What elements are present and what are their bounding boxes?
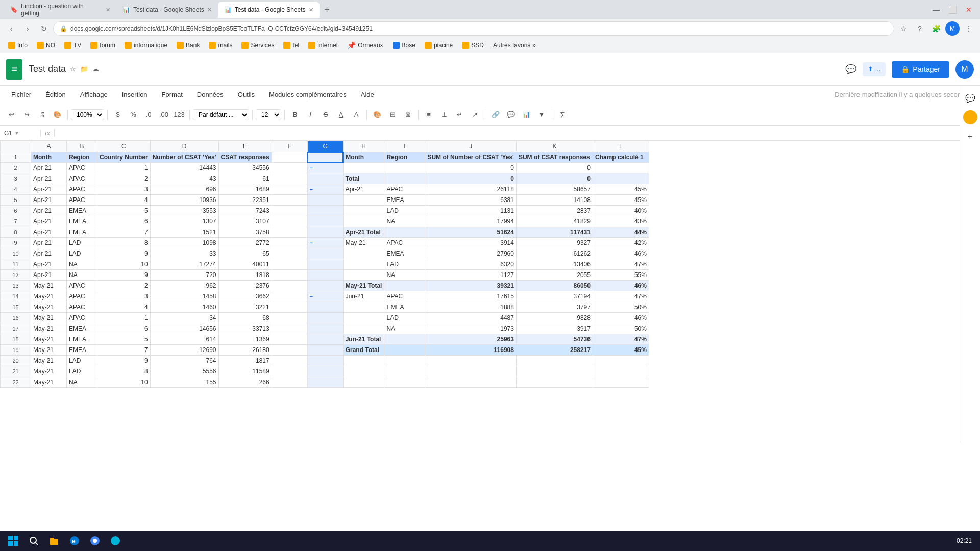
decimal-decrease-button[interactable]: .0 [141, 108, 156, 122]
text-color-button[interactable]: A [349, 108, 363, 122]
comment-button[interactable]: 💬 [845, 64, 856, 75]
cell-g19[interactable] [307, 345, 343, 356]
cell-g9[interactable]: − [307, 238, 343, 248]
cell-g12[interactable] [307, 270, 343, 281]
filter-button[interactable]: ▼ [534, 108, 549, 122]
cell-i4[interactable]: APAC [384, 184, 425, 195]
bookmark-tv[interactable]: TV [60, 40, 85, 51]
cell-reference[interactable]: G1 ▼ [0, 130, 41, 137]
taskbar-extra-icon[interactable] [106, 532, 125, 550]
cell-j6[interactable]: 1131 [425, 206, 517, 216]
cell-h5[interactable] [343, 195, 384, 206]
cell-c13[interactable]: 2 [97, 281, 151, 291]
cell-d20[interactable]: 764 [150, 356, 218, 366]
cell-b19[interactable]: EMEA [67, 345, 97, 356]
cell-l8[interactable]: 44% [593, 227, 649, 238]
cell-j2[interactable]: 0 [425, 163, 517, 173]
collapse-btn-g4[interactable]: − [310, 186, 313, 192]
cell-d12[interactable]: 720 [150, 270, 218, 281]
cell-l3[interactable] [593, 173, 649, 184]
cell-k10[interactable]: 61262 [516, 248, 593, 259]
cell-l9[interactable]: 42% [593, 238, 649, 248]
cell-i21[interactable] [384, 366, 425, 377]
cell-l6[interactable]: 40% [593, 206, 649, 216]
forward-button[interactable]: › [20, 21, 35, 36]
cell-h10[interactable] [343, 248, 384, 259]
cell-a20[interactable]: May-21 [31, 356, 67, 366]
menu-aide[interactable]: Aide [358, 89, 377, 101]
sidebar-icon-add[interactable]: + [962, 129, 978, 145]
cell-i10[interactable]: EMEA [384, 248, 425, 259]
cell-k14[interactable]: 37194 [516, 291, 593, 302]
bookmark-autres[interactable]: Autres favoris » [489, 40, 540, 51]
cell-e2[interactable]: 34556 [218, 163, 272, 173]
cell-b9[interactable]: LAD [67, 238, 97, 248]
cell-d5[interactable]: 10936 [150, 195, 218, 206]
cell-g21[interactable] [307, 366, 343, 377]
cell-c6[interactable]: 5 [97, 206, 151, 216]
cell-a7[interactable]: Apr-21 [31, 216, 67, 227]
cell-e14[interactable]: 3662 [218, 291, 272, 302]
cell-i14[interactable]: APAC [384, 291, 425, 302]
cell-a1[interactable]: Month [31, 152, 67, 163]
cell-l12[interactable]: 55% [593, 270, 649, 281]
cell-d4[interactable]: 696 [150, 184, 218, 195]
cell-d15[interactable]: 1460 [150, 302, 218, 313]
cell-l4[interactable]: 45% [593, 184, 649, 195]
rotate-button[interactable]: ↗ [468, 108, 482, 122]
col-header-l[interactable]: L [593, 141, 649, 152]
cell-b18[interactable]: EMEA [67, 334, 97, 345]
cell-j19[interactable]: 116908 [425, 345, 517, 356]
cell-e22[interactable]: 266 [218, 377, 272, 388]
align-button[interactable]: ≡ [422, 108, 436, 122]
cell-c15[interactable]: 4 [97, 302, 151, 313]
cell-g14[interactable]: − [307, 291, 343, 302]
cell-g20[interactable] [307, 356, 343, 366]
cell-i9[interactable]: APAC [384, 238, 425, 248]
star-icon[interactable]: ☆ [70, 65, 76, 73]
history-button[interactable]: ⬆ ... [863, 62, 886, 76]
menu-donnees[interactable]: Données [194, 89, 227, 101]
cell-g13[interactable] [307, 281, 343, 291]
cell-a22[interactable]: May-21 [31, 377, 67, 388]
cell-f1[interactable] [272, 152, 307, 163]
cell-h11[interactable] [343, 259, 384, 270]
cell-f16[interactable] [272, 313, 307, 323]
col-header-f[interactable]: F [272, 141, 307, 152]
cell-e20[interactable]: 1817 [218, 356, 272, 366]
bookmark-services[interactable]: Services [237, 40, 278, 51]
cell-b7[interactable]: EMEA [67, 216, 97, 227]
cell-l14[interactable]: 47% [593, 291, 649, 302]
cell-a6[interactable]: Apr-21 [31, 206, 67, 216]
cell-d7[interactable]: 1307 [150, 216, 218, 227]
cell-b3[interactable]: APAC [67, 173, 97, 184]
cell-h17[interactable] [343, 323, 384, 334]
cell-i12[interactable]: NA [384, 270, 425, 281]
cell-k22[interactable] [516, 377, 593, 388]
cell-b4[interactable]: APAC [67, 184, 97, 195]
cell-a11[interactable]: Apr-21 [31, 259, 67, 270]
cell-l22[interactable] [593, 377, 649, 388]
cell-d16[interactable]: 34 [150, 313, 218, 323]
cell-j10[interactable]: 27960 [425, 248, 517, 259]
cell-k5[interactable]: 14108 [516, 195, 593, 206]
cell-k20[interactable] [516, 356, 593, 366]
menu-edition[interactable]: Édition [42, 89, 69, 101]
sidebar-icon-chat[interactable]: 💬 [962, 90, 978, 106]
cell-f7[interactable] [272, 216, 307, 227]
percent-button[interactable]: % [126, 108, 140, 122]
cell-l21[interactable] [593, 366, 649, 377]
cell-e11[interactable]: 40011 [218, 259, 272, 270]
paint-format-button[interactable]: 🎨 [50, 108, 64, 122]
avatar[interactable]: M [955, 60, 974, 79]
cell-h14[interactable]: Jun-21 [343, 291, 384, 302]
cell-e18[interactable]: 1369 [218, 334, 272, 345]
cell-k8[interactable]: 117431 [516, 227, 593, 238]
bookmark-mails[interactable]: mails [205, 40, 236, 51]
cell-i15[interactable]: EMEA [384, 302, 425, 313]
cell-h22[interactable] [343, 377, 384, 388]
cell-f3[interactable] [272, 173, 307, 184]
cell-d13[interactable]: 962 [150, 281, 218, 291]
cell-c11[interactable]: 10 [97, 259, 151, 270]
print-button[interactable]: 🖨 [35, 108, 49, 122]
